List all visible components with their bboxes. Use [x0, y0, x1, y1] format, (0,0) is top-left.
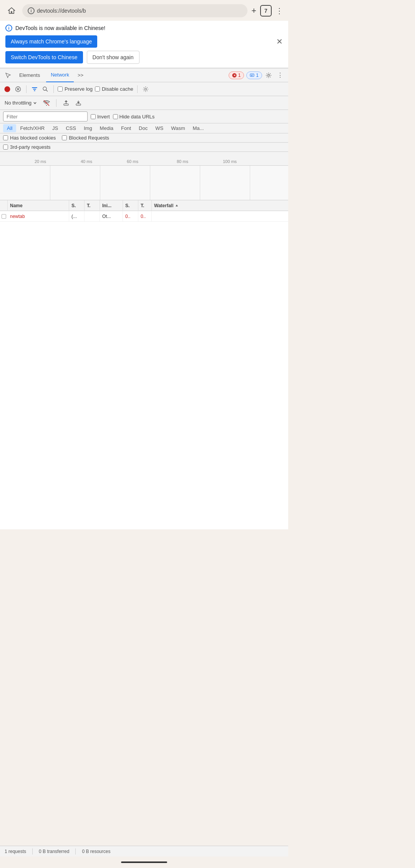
- table-header: Name S. T. Ini... S. T. Waterfall: [0, 200, 288, 211]
- dont-show-again-button[interactable]: Don't show again: [87, 51, 139, 64]
- filter-input[interactable]: [3, 111, 88, 121]
- browser-chrome: i devtools://devtools/b + 7 ⋮: [0, 0, 288, 21]
- export-icon[interactable]: [62, 99, 70, 107]
- has-blocked-cookies-label[interactable]: Has blocked cookies: [3, 135, 56, 141]
- td-time: 0..: [138, 211, 152, 222]
- invert-label[interactable]: Invert: [91, 114, 110, 120]
- hide-data-urls-checkbox[interactable]: [113, 114, 118, 119]
- separator-2: [53, 85, 54, 93]
- th-initiator[interactable]: Ini...: [100, 200, 123, 211]
- type-doc[interactable]: Doc: [135, 124, 151, 132]
- th-size[interactable]: S.: [123, 200, 138, 211]
- switch-to-chinese-button[interactable]: Switch DevTools to Chinese: [5, 51, 83, 63]
- filter-row: Invert Hide data URLs: [0, 110, 288, 123]
- td-waterfall: [152, 211, 288, 222]
- tick-20ms: 20 ms: [35, 159, 46, 164]
- select-element-icon[interactable]: [3, 70, 13, 80]
- td-initiator: Ot...: [100, 211, 123, 222]
- more-menu-button[interactable]: ⋮: [276, 6, 284, 15]
- address-info-icon: i: [28, 7, 35, 14]
- svg-rect-10: [76, 104, 81, 105]
- disable-cache-label[interactable]: Disable cache: [95, 86, 133, 92]
- preserve-log-label[interactable]: Preserve log: [58, 86, 93, 92]
- record-button[interactable]: [3, 85, 12, 93]
- type-ws[interactable]: WS: [151, 124, 167, 132]
- td-name[interactable]: newtab: [8, 211, 69, 222]
- notification-area: i DevTools is now available in Chinese! …: [0, 21, 288, 68]
- wifi-settings-icon[interactable]: [42, 99, 51, 107]
- third-party-checkbox[interactable]: [3, 145, 8, 150]
- more-tabs-button[interactable]: >>: [75, 72, 86, 78]
- tick-100ms: 100 ms: [223, 159, 237, 164]
- toolbar-right: ✕ 1 1 ⋮: [227, 70, 285, 80]
- home-button[interactable]: [5, 4, 18, 18]
- type-css[interactable]: CSS: [62, 124, 80, 132]
- network-settings-icon[interactable]: [141, 85, 150, 93]
- th-name[interactable]: Name: [8, 200, 69, 211]
- chrome-actions: + 7 ⋮: [251, 5, 284, 17]
- blocked-requests-checkbox[interactable]: [62, 135, 67, 140]
- network-toolbar: Preserve log Disable cache: [0, 82, 288, 96]
- th-status[interactable]: S.: [69, 200, 85, 211]
- td-status: (...: [69, 211, 85, 222]
- disable-cache-checkbox[interactable]: [95, 86, 100, 91]
- new-tab-button[interactable]: +: [251, 6, 256, 16]
- row-checkbox[interactable]: [2, 214, 6, 219]
- messages-badge[interactable]: 1: [246, 72, 262, 79]
- type-other[interactable]: Ma...: [189, 124, 208, 132]
- devtools-tab-bar: Elements Network >> ✕ 1 1 ⋮: [0, 68, 288, 82]
- tab-network[interactable]: Network: [46, 68, 74, 82]
- table-empty-space: [0, 222, 288, 529]
- type-img[interactable]: Img: [80, 124, 96, 132]
- tab-count[interactable]: 7: [260, 5, 272, 17]
- td-type: [85, 211, 100, 222]
- tick-80ms: 80 ms: [177, 159, 188, 164]
- th-checkbox: [0, 200, 8, 211]
- svg-point-3: [268, 74, 270, 76]
- th-type[interactable]: T.: [85, 200, 100, 211]
- type-font[interactable]: Font: [117, 124, 135, 132]
- notification-text: DevTools is now available in Chinese!: [15, 25, 105, 31]
- errors-badge[interactable]: ✕ 1: [229, 72, 244, 79]
- separator-4: [56, 99, 56, 107]
- third-party-label[interactable]: 3rd-party requests: [3, 144, 285, 150]
- separator-1: [26, 85, 27, 93]
- type-fetch-xhr[interactable]: Fetch/XHR: [16, 124, 48, 132]
- th-time[interactable]: T.: [138, 200, 152, 211]
- svg-point-7: [144, 88, 146, 90]
- devtools-panel: Elements Network >> ✕ 1 1 ⋮: [0, 68, 288, 529]
- type-media[interactable]: Media: [96, 124, 117, 132]
- filter-icon[interactable]: [30, 85, 39, 93]
- import-icon[interactable]: [74, 99, 83, 107]
- extra-filters-row: Has blocked cookies Blocked Requests: [0, 133, 288, 143]
- type-wasm[interactable]: Wasm: [167, 124, 189, 132]
- close-notification-button[interactable]: ✕: [276, 37, 283, 46]
- tick-60ms: 60 ms: [127, 159, 138, 164]
- throttle-select[interactable]: No throttling: [3, 99, 38, 106]
- type-all[interactable]: All: [3, 124, 16, 132]
- notification-info-icon: i: [5, 25, 12, 32]
- invert-checkbox[interactable]: [91, 114, 96, 119]
- type-filter-row: All Fetch/XHR JS CSS Img Media Font Doc …: [0, 123, 288, 133]
- throttle-toolbar: No throttling: [0, 96, 288, 110]
- settings-icon[interactable]: [264, 70, 274, 80]
- timeline-track: [0, 166, 288, 200]
- blocked-requests-label[interactable]: Blocked Requests: [62, 135, 109, 141]
- td-size: 0..: [123, 211, 138, 222]
- tab-elements[interactable]: Elements: [15, 68, 45, 82]
- type-js[interactable]: JS: [48, 124, 62, 132]
- svg-point-4: [5, 86, 10, 92]
- network-table: Name S. T. Ini... S. T. Waterfall: [0, 200, 288, 529]
- third-party-row: 3rd-party requests: [0, 143, 288, 152]
- notification-row: i DevTools is now available in Chinese!: [5, 25, 283, 32]
- table-row[interactable]: newtab (... Ot... 0.. 0..: [0, 211, 288, 222]
- preserve-log-checkbox[interactable]: [58, 86, 63, 91]
- has-blocked-cookies-checkbox[interactable]: [3, 135, 8, 140]
- hide-data-urls-label[interactable]: Hide data URLs: [113, 114, 155, 120]
- address-bar[interactable]: i devtools://devtools/b: [22, 4, 247, 17]
- th-waterfall[interactable]: Waterfall: [152, 200, 288, 211]
- always-match-language-button[interactable]: Always match Chrome's language: [5, 35, 97, 48]
- more-options-icon[interactable]: ⋮: [275, 70, 285, 80]
- search-icon[interactable]: [41, 85, 50, 93]
- clear-log-button[interactable]: [14, 85, 22, 93]
